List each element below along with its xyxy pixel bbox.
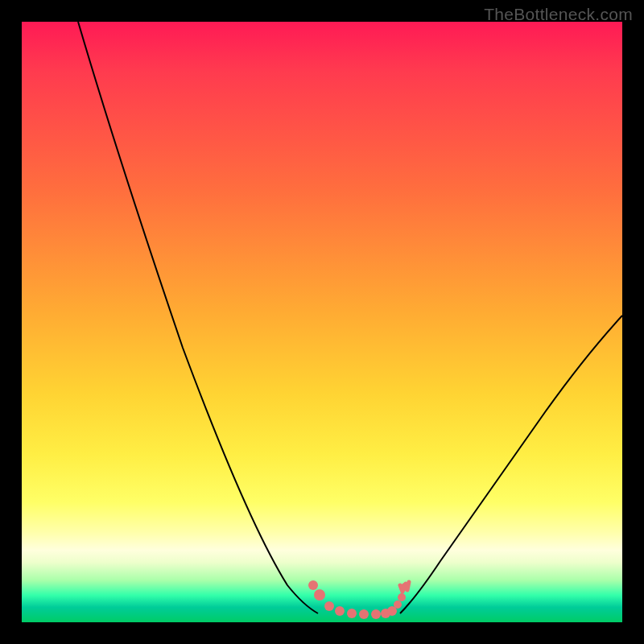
curve-svg xyxy=(22,22,622,622)
right-curve xyxy=(400,316,622,613)
data-dot xyxy=(347,609,357,618)
data-dot xyxy=(308,580,318,590)
watermark-text: TheBottleneck.com xyxy=(484,5,633,24)
data-dot xyxy=(314,589,325,601)
data-dot xyxy=(394,601,402,609)
data-dot xyxy=(335,606,345,616)
gradient-plot-area xyxy=(22,22,622,622)
data-dot xyxy=(324,601,334,611)
data-dot xyxy=(371,609,381,619)
dot-scribble xyxy=(400,582,409,592)
data-dot xyxy=(398,593,406,601)
left-curve xyxy=(78,22,318,613)
data-dot xyxy=(359,609,369,619)
